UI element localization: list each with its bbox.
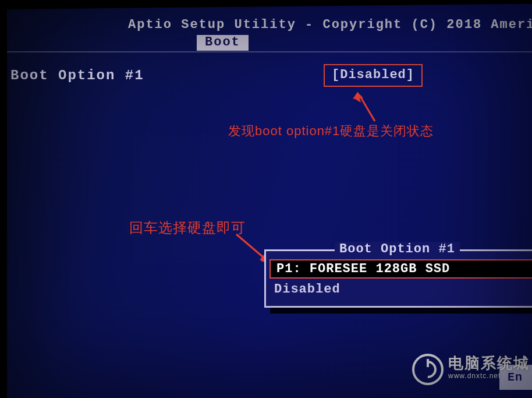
tab-boot[interactable]: Boot: [197, 35, 249, 51]
bios-title: Aptio Setup Utility - Copyright (C) 2018…: [128, 17, 532, 32]
photo-black-edge-top: [0, 0, 532, 9]
watermark-logo-icon: [412, 354, 444, 385]
bios-screen: Aptio Setup Utility - Copyright (C) 2018…: [0, 0, 532, 398]
popup-item-disabled[interactable]: Disabled: [274, 282, 532, 297]
boot-option-popup: Boot Option #1 P1: FORESEE 128GB SSD Dis…: [264, 249, 532, 308]
boot-option-1-label[interactable]: Boot Option #1: [10, 68, 144, 83]
tab-underline: [7, 51, 532, 52]
popup-title: Boot Option #1: [335, 242, 460, 256]
photo-black-edge-left: [0, 0, 7, 398]
annotation-text-2: 回车选择硬盘即可: [129, 219, 246, 237]
annotation-text-1: 发现boot option#1硬盘是关闭状态: [228, 122, 434, 140]
tab-row: Boot: [197, 35, 249, 51]
annotation-arrow-1: [349, 85, 384, 126]
popup-item-selected[interactable]: P1: FORESEE 128GB SSD: [269, 259, 532, 279]
photo-vignette: [0, 0, 532, 398]
svg-marker-1: [353, 92, 363, 99]
watermark: 电脑系统城 www.dnxtc.net: [412, 354, 530, 385]
boot-option-1-value[interactable]: [Disabled]: [324, 64, 423, 87]
